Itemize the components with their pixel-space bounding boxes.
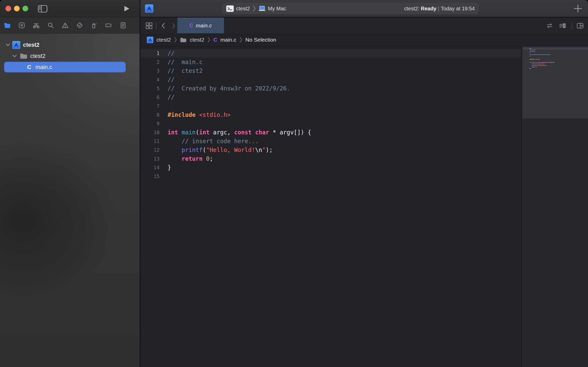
code-text: // bbox=[160, 49, 175, 58]
tree-label[interactable]: ctest2 bbox=[30, 53, 46, 59]
code-line: 8#include <stdio.h> bbox=[140, 110, 521, 119]
separator bbox=[156, 22, 156, 29]
scheme-destination[interactable]: My Mac bbox=[268, 6, 286, 12]
run-button[interactable] bbox=[124, 5, 130, 12]
scheme-name[interactable]: ctest2 bbox=[236, 6, 250, 12]
breadcrumb-selection[interactable]: No Selection bbox=[245, 37, 276, 43]
code-token: * argv[]) { bbox=[269, 129, 311, 136]
line-number[interactable]: 4 bbox=[140, 75, 160, 84]
minimize-button[interactable] bbox=[14, 6, 20, 11]
line-number[interactable]: 5 bbox=[140, 84, 160, 93]
tab-main-c[interactable]: C main.c bbox=[177, 18, 224, 33]
breadcrumb-group[interactable]: ctest2 bbox=[190, 37, 204, 43]
line-number[interactable]: 1 bbox=[140, 49, 160, 58]
code-line: 6// bbox=[140, 93, 521, 102]
related-items-icon[interactable] bbox=[546, 22, 553, 29]
c-file-icon: C bbox=[190, 22, 193, 28]
breadcrumb-file[interactable]: main.c bbox=[220, 37, 236, 43]
tree-row-file-selected[interactable]: C main.c bbox=[0, 62, 140, 73]
breakpoints-icon[interactable] bbox=[105, 22, 112, 29]
line-number[interactable]: 7 bbox=[140, 102, 160, 110]
app-icon bbox=[12, 41, 20, 49]
line-number[interactable]: 3 bbox=[140, 66, 160, 75]
code-editor[interactable]: 1//2// main.c3// ctest24//5// Created by… bbox=[140, 47, 521, 367]
code-text: // main.c bbox=[160, 58, 202, 66]
sidebar-toggle-button[interactable] bbox=[38, 5, 48, 13]
tree-label[interactable]: ctest2 bbox=[23, 42, 40, 48]
line-number[interactable]: 9 bbox=[140, 119, 160, 128]
minimap-line bbox=[536, 65, 547, 66]
zoom-button[interactable] bbox=[22, 6, 28, 11]
back-icon[interactable] bbox=[160, 22, 167, 29]
navigator-sidebar: ctest2 ctest2 C main.c bbox=[0, 17, 140, 367]
editor-options-icon[interactable] bbox=[559, 22, 566, 29]
code-line: 7 bbox=[140, 102, 521, 110]
add-editor-icon[interactable] bbox=[577, 22, 584, 29]
tree-label[interactable]: main.c bbox=[35, 64, 52, 71]
breadcrumb-project[interactable]: ctest2 bbox=[156, 37, 171, 43]
sidebar-divider[interactable] bbox=[140, 0, 140, 367]
code-line: 13 return 0; bbox=[140, 154, 521, 163]
line-number[interactable]: 12 bbox=[140, 146, 160, 154]
code-line: 3// ctest2 bbox=[140, 66, 521, 75]
selection-highlight bbox=[4, 62, 126, 72]
library-add-button[interactable] bbox=[574, 4, 582, 13]
code-token: return bbox=[182, 155, 202, 162]
line-number[interactable]: 15 bbox=[140, 172, 160, 181]
code-token: int bbox=[168, 129, 178, 136]
code-lines: 1//2// main.c3// ctest24//5// Created by… bbox=[140, 49, 521, 181]
line-number[interactable]: 11 bbox=[140, 137, 160, 146]
minimap-line bbox=[530, 59, 534, 60]
jump-bar: ctest2 ctest2 C main.c No Selection bbox=[140, 33, 588, 47]
debug-icon[interactable] bbox=[91, 22, 97, 29]
source-control-icon[interactable] bbox=[18, 22, 25, 29]
minimap[interactable] bbox=[521, 47, 588, 367]
line-number[interactable]: 14 bbox=[140, 163, 160, 172]
reports-icon[interactable] bbox=[120, 22, 126, 29]
tab-overview-icon[interactable] bbox=[146, 22, 153, 29]
app-icon bbox=[147, 37, 153, 43]
symbols-icon[interactable] bbox=[33, 22, 40, 29]
code-text bbox=[160, 119, 168, 128]
folder-icon bbox=[180, 37, 187, 43]
code-token: \n bbox=[255, 147, 262, 153]
line-number[interactable]: 10 bbox=[140, 128, 160, 137]
tree-row-project[interactable]: ctest2 bbox=[0, 39, 140, 50]
line-number[interactable]: 6 bbox=[140, 93, 160, 102]
code-token: " bbox=[262, 147, 266, 153]
tree-row-group[interactable]: ctest2 bbox=[0, 50, 140, 62]
code-token: argc, bbox=[210, 129, 234, 136]
line-number[interactable]: 8 bbox=[140, 110, 160, 119]
close-button[interactable] bbox=[5, 6, 11, 11]
status-state: Ready bbox=[421, 6, 436, 11]
tab-label[interactable]: main.c bbox=[196, 22, 212, 29]
code-text: // insert code here... bbox=[160, 137, 259, 146]
code-token: // bbox=[168, 50, 175, 57]
minimap-line bbox=[530, 50, 536, 50]
xcode-window: ctest2 ctest2 My Mac ctest2: Ready|Today… bbox=[0, 0, 588, 367]
code-line: 9 bbox=[140, 119, 521, 128]
code-token bbox=[168, 138, 182, 144]
chevron-right-icon bbox=[174, 37, 177, 43]
c-file-icon: C bbox=[27, 64, 31, 71]
chevron-right-icon bbox=[207, 37, 210, 43]
tests-icon[interactable] bbox=[76, 22, 83, 29]
toolbar-left bbox=[0, 0, 140, 17]
forward-icon[interactable] bbox=[170, 22, 177, 29]
c-file-icon: C bbox=[213, 37, 217, 43]
line-number[interactable]: 2 bbox=[140, 58, 160, 66]
code-token bbox=[195, 111, 199, 118]
chevron-down-icon[interactable] bbox=[12, 55, 17, 57]
issues-icon[interactable] bbox=[62, 22, 69, 29]
search-icon[interactable] bbox=[47, 22, 54, 29]
project-navigator-icon[interactable] bbox=[4, 22, 11, 29]
code-token: 0 bbox=[206, 155, 210, 162]
chevron-down-icon[interactable] bbox=[6, 43, 10, 46]
scheme-status-pill[interactable]: ctest2 My Mac ctest2: Ready|Today at 19:… bbox=[222, 3, 479, 14]
minimap-line bbox=[532, 64, 545, 64]
line-number[interactable]: 13 bbox=[140, 154, 160, 163]
minimap-line bbox=[530, 68, 531, 69]
code-token: ( bbox=[202, 147, 206, 153]
code-line: 1// bbox=[140, 49, 521, 58]
code-token: ( bbox=[195, 129, 199, 136]
